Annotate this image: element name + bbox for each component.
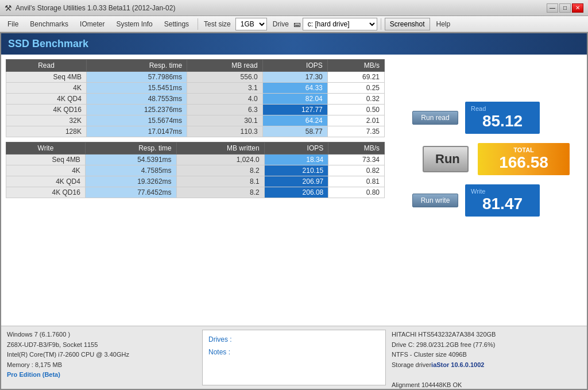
- run-read-button[interactable]: Run read: [412, 111, 458, 125]
- iops-read-col-header: IOPS: [262, 60, 327, 72]
- edition-info: Pro Edition (Beta): [7, 370, 196, 380]
- hw-driver: iaStor 10.6.0.1002: [431, 361, 484, 368]
- read-row-label: 4K: [6, 83, 87, 94]
- read-row-resp: 15.5451ms: [86, 83, 187, 94]
- write-row-mb: 8.2: [176, 165, 264, 176]
- read-table-row: 4K 15.5451ms 3.1 64.33 0.25: [6, 83, 385, 94]
- hw-line4: Storage driveriaStor 10.6.0.1002: [392, 360, 581, 370]
- read-row-mb: 6.3: [187, 105, 263, 115]
- read-row-mbs: 69.21: [327, 72, 384, 83]
- read-row-mb: 30.1: [187, 115, 263, 126]
- menu-sep2: [381, 18, 381, 30]
- read-row-mb: 556.0: [187, 72, 263, 83]
- menu-sysinfo[interactable]: System Info: [111, 18, 157, 30]
- run-button[interactable]: Run: [423, 146, 469, 172]
- board-info: Z68X-UD7-B3/F9b, Socket 1155: [7, 340, 196, 350]
- write-row-resp: 19.3262ms: [85, 176, 176, 187]
- app-title: Anvil's Storage Utilities 1.0.33 Beta11 …: [16, 4, 175, 12]
- write-score-label: Write: [471, 188, 534, 195]
- write-row-resp: 54.5391ms: [85, 155, 176, 165]
- drive-group: Drive 🖴 c: [hard drive]: [270, 18, 377, 30]
- bottom-area: Windows 7 (6.1.7600 ) Z68X-UD7-B3/F9b, S…: [1, 326, 587, 389]
- menu-file[interactable]: File: [2, 18, 24, 30]
- maximize-button[interactable]: □: [559, 3, 571, 13]
- read-row-mbs: 2.01: [327, 115, 384, 126]
- read-table-row: 128K 17.0147ms 110.3 58.77 7.35: [6, 126, 385, 137]
- write-row-label: Seq 4MB: [6, 155, 86, 165]
- ssd-title: SSD Benchmark: [8, 38, 88, 49]
- right-panel: Run read Read 85.12 Run TOTAL 166.58 Run…: [410, 59, 582, 321]
- titlebar: ⚒ Anvil's Storage Utilities 1.0.33 Beta1…: [0, 0, 588, 16]
- minimize-button[interactable]: —: [547, 3, 558, 13]
- hw-line6: Alignment 104448KB OK: [392, 380, 581, 390]
- write-score-value: 81.47: [471, 195, 534, 213]
- tables-area: Read Resp. time MB read IOPS MB/s Seq 4M…: [6, 59, 405, 321]
- menu-benchmarks[interactable]: Benchmarks: [25, 18, 74, 30]
- testsize-group: Test size 1GB: [202, 18, 267, 30]
- write-table-row: Seq 4MB 54.5391ms 1,024.0 18.34 73.34: [6, 155, 385, 165]
- testsize-select[interactable]: 1GB: [235, 18, 267, 30]
- run-write-button[interactable]: Run write: [412, 194, 458, 207]
- run-total-row: Run TOTAL 166.58: [412, 143, 580, 175]
- write-table-row: 4K QD16 77.6452ms 8.2 206.08 0.80: [6, 187, 385, 198]
- read-row-resp: 17.0147ms: [86, 126, 187, 137]
- read-row-iops: 64.33: [262, 83, 327, 94]
- notes-label: Notes :: [208, 346, 380, 359]
- write-row-resp: 4.7585ms: [85, 165, 176, 176]
- read-table-row: 32K 15.5674ms 30.1 64.24 2.01: [6, 115, 385, 126]
- write-row-iops: 206.08: [264, 187, 328, 198]
- read-row-mbs: 7.35: [327, 126, 384, 137]
- read-row-label: Seq 4MB: [6, 72, 87, 83]
- read-table-row: 4K QD16 125.2376ms 6.3 127.77 0.50: [6, 105, 385, 115]
- read-row-resp: 125.2376ms: [86, 105, 187, 115]
- mb-written-col-header: MB written: [176, 142, 264, 155]
- testsize-label: Test size: [202, 20, 233, 28]
- read-col-header: Read: [6, 60, 87, 72]
- read-row-iops: 127.77: [262, 105, 327, 115]
- write-row-resp: 77.6452ms: [85, 187, 176, 198]
- ssd-header: SSD Benchmark: [1, 33, 587, 55]
- menubar: File Benchmarks IOmeter System Info Sett…: [0, 16, 588, 32]
- hw-spacer: [392, 370, 581, 380]
- total-score-box: TOTAL 166.58: [478, 143, 570, 175]
- read-row-resp: 57.7986ms: [86, 72, 187, 83]
- os-info: Windows 7 (6.1.7600 ): [7, 330, 196, 340]
- iops-write-col-header: IOPS: [264, 142, 328, 155]
- read-row-resp: 48.7553ms: [86, 94, 187, 105]
- hw-line2: Drive C: 298.0/231.2GB free (77.6%): [392, 340, 581, 350]
- mb-read-col-header: MB read: [187, 60, 263, 72]
- read-table-row: 4K QD4 48.7553ms 4.0 82.04 0.32: [6, 94, 385, 105]
- read-row-label: 4K QD16: [6, 105, 87, 115]
- write-row-mb: 8.1: [176, 176, 264, 187]
- drive-select[interactable]: c: [hard drive]: [303, 18, 377, 30]
- read-score-label: Read: [471, 105, 534, 112]
- read-table-row: Seq 4MB 57.7986ms 556.0 17.30 69.21: [6, 72, 385, 83]
- menu-iometer[interactable]: IOmeter: [75, 18, 110, 30]
- resp-time-col-header: Resp. time: [86, 60, 187, 72]
- write-row-mbs: 0.81: [328, 176, 385, 187]
- drive-label: Drive: [270, 20, 291, 28]
- drives-label: Drives :: [208, 334, 380, 346]
- total-score-value: 166.58: [483, 153, 564, 172]
- write-score-row: Run write Write 81.47: [412, 184, 580, 217]
- write-tbody: Seq 4MB 54.5391ms 1,024.0 18.34 73.34 4K…: [6, 155, 385, 198]
- read-row-iops: 64.24: [262, 115, 327, 126]
- read-score-row: Run read Read 85.12: [412, 102, 580, 134]
- close-button[interactable]: ✕: [572, 3, 583, 13]
- main-window: SSD Benchmark Read Resp. time MB read IO…: [0, 32, 588, 390]
- write-table: Write Resp. time MB written IOPS MB/s Se…: [6, 142, 385, 198]
- mbs-read-col-header: MB/s: [327, 60, 384, 72]
- read-row-iops: 58.77: [262, 126, 327, 137]
- menu-settings[interactable]: Settings: [159, 18, 194, 30]
- drives-notes-box[interactable]: Drives : Notes :: [202, 330, 386, 385]
- read-row-label: 32K: [6, 115, 87, 126]
- screenshot-button[interactable]: Screenshot: [385, 18, 430, 30]
- write-col-header: Write: [6, 142, 86, 155]
- read-row-mbs: 0.50: [327, 105, 384, 115]
- read-row-resp: 15.5674ms: [86, 115, 187, 126]
- write-table-row: 4K QD4 19.3262ms 8.1 206.97 0.81: [6, 176, 385, 187]
- read-row-iops: 82.04: [262, 94, 327, 105]
- hw-info: HITACHI HTS543232A7A384 320GB Drive C: 2…: [392, 330, 581, 385]
- menu-help[interactable]: Help: [431, 18, 456, 30]
- write-row-mb: 1,024.0: [176, 155, 264, 165]
